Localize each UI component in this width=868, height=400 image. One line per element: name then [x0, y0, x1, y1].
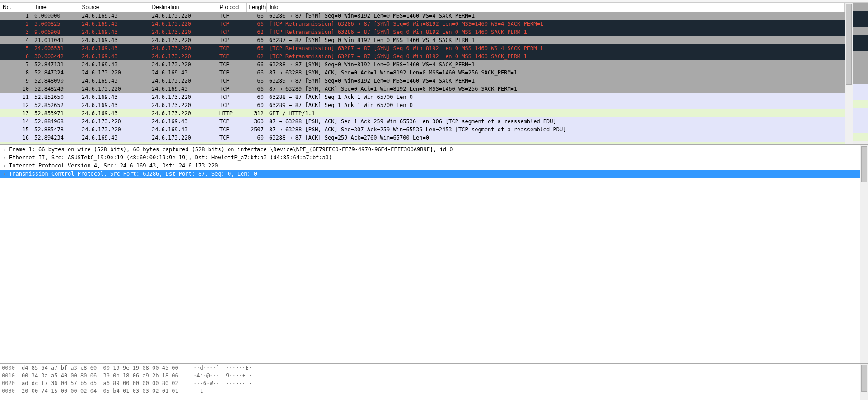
detail-line[interactable]: ›Frame 1: 66 bytes on wire (528 bits), 6… — [0, 145, 860, 153]
table-row[interactable]: 1552.88547824.6.173.22024.6.169.43TCP250… — [0, 126, 845, 134]
detail-text: Frame 1: 66 bytes on wire (528 bits), 66… — [9, 146, 453, 153]
cell: 24.6.169.43 — [79, 134, 149, 142]
cell: 63288 → 87 [ACK] Seq=1 Ack=1 Win=65700 L… — [266, 93, 845, 101]
cell: 9.006908 — [32, 28, 79, 36]
cell: 87 → 63288 [SYN, ACK] Seq=0 Ack=1 Win=81… — [266, 69, 845, 77]
detail-line[interactable]: ›Ethernet II, Src: ASUSTekC_19:9e:19 (c8… — [0, 153, 860, 162]
cell: 52.885478 — [32, 126, 79, 134]
table-row[interactable]: 39.00690824.6.169.4324.6.173.220TCP62[TC… — [0, 28, 845, 36]
column-time-label: Time — [35, 4, 47, 10]
cell: 66 — [246, 77, 266, 85]
details-scrollbar[interactable] — [860, 145, 868, 363]
cell: 87 → 63288 [PSH, ACK] Seq=1 Ack=259 Win=… — [266, 117, 845, 126]
cell: 24.6.173.220 — [149, 36, 217, 44]
bytes-scrollbar[interactable] — [860, 364, 868, 400]
packet-scrollbar[interactable] — [845, 3, 853, 144]
cell: 24.6.169.43 — [79, 44, 149, 52]
cell: 52.847324 — [32, 69, 79, 77]
table-row[interactable]: 1652.89423424.6.169.4324.6.173.220TCP606… — [0, 134, 845, 142]
bytes-line[interactable]: 001000 34 3a a5 40 00 80 06 39 0b 18 06 … — [2, 372, 858, 380]
table-row[interactable]: 10.00000024.6.169.4324.6.173.220TCP66632… — [0, 12, 845, 20]
chevron-right-icon: › — [3, 146, 9, 153]
table-row[interactable]: 1452.88496824.6.173.22024.6.169.43TCP360… — [0, 117, 845, 126]
cell: TCP — [217, 101, 246, 109]
table-row[interactable]: 630.00644224.6.169.4324.6.173.220TCP62[T… — [0, 52, 845, 60]
cell: TCP — [217, 134, 246, 142]
cell: 24.6.173.220 — [79, 69, 149, 77]
cell: 52.884968 — [32, 117, 79, 126]
table-row[interactable]: 852.84732424.6.173.22024.6.169.43TCP6687… — [0, 69, 845, 77]
cell: 24.6.173.220 — [149, 28, 217, 36]
column-length[interactable]: Length — [246, 3, 266, 12]
cell: 66 — [246, 60, 266, 69]
table-row[interactable]: 1052.84824924.6.173.22024.6.169.43TCP668… — [0, 85, 845, 93]
bytes-line[interactable]: 0020ad dc f7 36 00 57 b5 d5 a6 89 00 00 … — [2, 380, 858, 388]
minimap-segment — [853, 35, 868, 43]
cell: 52.894234 — [32, 134, 79, 142]
column-protocol[interactable]: Protocol — [217, 3, 246, 12]
details-scrollbar-thumb[interactable] — [861, 146, 867, 182]
chevron-right-icon: › — [3, 171, 9, 177]
cell: HTTP — [217, 109, 246, 117]
packet-minimap[interactable] — [853, 3, 868, 144]
table-row[interactable]: 1152.85265024.6.169.4324.6.173.220TCP606… — [0, 93, 845, 101]
column-time[interactable]: Time — [32, 3, 79, 12]
table-row[interactable]: 23.00082524.6.169.4324.6.173.220TCP66[TC… — [0, 20, 845, 28]
bytes-offset: 0020 — [2, 380, 22, 386]
detail-line[interactable]: ›Internet Protocol Version 4, Src: 24.6.… — [0, 162, 860, 170]
minimap-segment — [853, 84, 868, 92]
cell: 24.6.173.220 — [79, 85, 149, 93]
minimap-segment — [853, 43, 868, 51]
cell: 24.6.169.43 — [79, 20, 149, 28]
cell: 52.853971 — [32, 109, 79, 117]
cell: 8 — [0, 69, 32, 77]
cell: 24.6.173.220 — [149, 52, 217, 60]
cell: 60 — [246, 101, 266, 109]
cell: 87 → 63289 [SYN, ACK] Seq=0 Ack=1 Win=81… — [266, 85, 845, 93]
column-protocol-label: Protocol — [220, 4, 240, 10]
cell: 13 — [0, 109, 32, 117]
cell: TCP — [217, 93, 246, 101]
column-no-label: No. — [3, 4, 11, 10]
column-info[interactable]: Info — [266, 3, 845, 12]
table-row[interactable]: 1752.89435224.6.173.22024.6.169.43HTTP61… — [0, 142, 845, 144]
cell: 24.6.169.43 — [149, 126, 217, 134]
packet-header-row[interactable]: No. Time Source Destination Protocol Len… — [0, 3, 845, 12]
column-info-label: Info — [270, 4, 279, 10]
cell: 63288 → 87 [ACK] Seq=259 Ack=2760 Win=65… — [266, 134, 845, 142]
cell: 24.6.169.43 — [79, 109, 149, 117]
cell: TCP — [217, 44, 246, 52]
cell: 87 → 63288 [PSH, ACK] Seq=307 Ack=259 Wi… — [266, 126, 845, 134]
cell: 24.6.173.220 — [149, 101, 217, 109]
cell: 24.6.173.220 — [149, 60, 217, 69]
bytes-line[interactable]: 003020 00 74 15 00 00 02 04 05 b4 01 03 … — [2, 388, 858, 395]
table-row[interactable]: 1252.85265224.6.169.4324.6.173.220TCP606… — [0, 101, 845, 109]
bytes-ascii: ···6·W·· ········ — [193, 380, 252, 386]
cell: 52.852650 — [32, 93, 79, 101]
cell: TCP — [217, 77, 246, 85]
cell: 24.6.169.43 — [79, 60, 149, 69]
cell: TCP — [217, 36, 246, 44]
cell: 24.6.173.220 — [149, 44, 217, 52]
packet-scrollbar-thumb[interactable] — [846, 4, 852, 85]
column-no[interactable]: No. — [0, 3, 32, 12]
cell: TCP — [217, 60, 246, 69]
bytes-scrollbar-thumb[interactable] — [861, 365, 867, 392]
packet-table[interactable]: No. Time Source Destination Protocol Len… — [0, 3, 845, 144]
cell: TCP — [217, 12, 246, 20]
cell: 66 — [246, 85, 266, 93]
column-destination[interactable]: Destination — [149, 3, 217, 12]
bytes-line[interactable]: 0000d4 85 64 a7 bf a3 c8 60 00 19 9e 19 … — [2, 365, 858, 372]
minimap-segment — [853, 92, 868, 100]
table-row[interactable]: 752.84713124.6.169.4324.6.173.220TCP6663… — [0, 60, 845, 69]
table-row[interactable]: 524.00653124.6.169.4324.6.173.220TCP66[T… — [0, 44, 845, 52]
table-row[interactable]: 1352.85397124.6.169.4324.6.173.220HTTP31… — [0, 109, 845, 117]
table-row[interactable]: 421.01104124.6.169.4324.6.173.220TCP6663… — [0, 36, 845, 44]
cell: 12 — [0, 101, 32, 109]
cell: 60 — [246, 93, 266, 101]
detail-line[interactable]: ›Transmission Control Protocol, Src Port… — [0, 170, 860, 178]
minimap-segment — [853, 116, 868, 125]
column-source[interactable]: Source — [79, 3, 149, 12]
table-row[interactable]: 952.84809024.6.169.4324.6.173.220TCP6663… — [0, 77, 845, 85]
cell: 1 — [0, 12, 32, 20]
